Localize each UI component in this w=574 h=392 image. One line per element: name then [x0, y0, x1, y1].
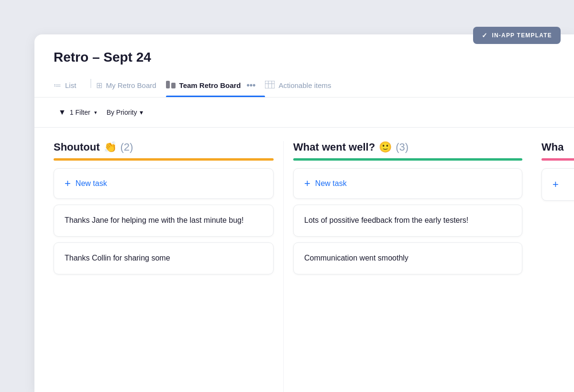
wwwell-card-1[interactable]: Lots of possitive feedback from the earl…: [293, 205, 522, 237]
svg-rect-2: [265, 81, 275, 88]
partial-title-text: Wha: [541, 141, 574, 153]
shoutout-card-1-text: Thanks Jane for helping me with the last…: [65, 215, 263, 227]
app-container: ✓ IN-APP TEMPLATE Retro – Sept 24 ≔ List…: [0, 0, 574, 392]
tab-list[interactable]: ≔ List: [54, 75, 86, 97]
partial-color-bar: [541, 158, 574, 161]
wwwell-card-2-text: Communication went smoothly: [304, 252, 511, 264]
column-shoutout-header: Shoutout 👏 (2): [54, 141, 274, 161]
wwwell-card-2[interactable]: Communication went smoothly: [293, 242, 522, 274]
wwwell-new-task-plus-icon: +: [304, 178, 310, 189]
column-wwwell-title: What went well? 🙂 (3): [293, 141, 522, 153]
shoutout-count: (2): [121, 141, 133, 153]
check-icon: ✓: [482, 32, 488, 39]
badge-label: IN-APP TEMPLATE: [492, 32, 552, 39]
svg-rect-1: [171, 83, 176, 88]
tab-list-label: List: [65, 81, 76, 89]
table-icon: [265, 81, 275, 90]
tab-more-dots[interactable]: •••: [247, 80, 256, 90]
filter-button[interactable]: ▼ 1 Filter ▾: [54, 105, 102, 120]
shoutout-new-task-card[interactable]: + New task: [54, 168, 274, 199]
board-area: Shoutout 👏 (2) + New task Thanks Jane fo…: [34, 128, 574, 392]
wwwell-title-text: What went well?: [293, 141, 375, 153]
partial-plus-icon: +: [552, 178, 559, 191]
main-panel: Retro – Sept 24 ≔ List | ⊞ My Retro Boar…: [34, 34, 574, 392]
column-shoutout: Shoutout 👏 (2) + New task Thanks Jane fo…: [34, 141, 283, 392]
filter-icon: ▼: [58, 108, 66, 117]
board-icon-1: ⊞: [96, 81, 102, 90]
shoutout-color-bar: [54, 158, 274, 161]
wwwell-emoji: 🙂: [379, 141, 392, 153]
sort-button[interactable]: By Priority ▾: [102, 106, 148, 119]
filter-label: 1 Filter: [70, 109, 90, 116]
shoutout-card-1[interactable]: Thanks Jane for helping me with the last…: [54, 205, 274, 237]
column-shoutout-title: Shoutout 👏 (2): [54, 141, 274, 153]
shoutout-emoji: 👏: [104, 141, 117, 153]
tab-my-retro-label: My Retro Board: [106, 81, 156, 89]
wwwell-new-task-label: New task: [315, 179, 347, 188]
list-icon: ≔: [54, 81, 61, 90]
partial-column-header: Wha: [541, 141, 574, 161]
tab-bar: ≔ List | ⊞ My Retro Board Team Retro B: [54, 75, 555, 97]
partial-new-task-card[interactable]: +: [541, 168, 574, 201]
wwwell-card-1-text: Lots of possitive feedback from the earl…: [304, 215, 511, 227]
svg-rect-0: [166, 81, 170, 88]
tab-actionable-label: Actionable items: [278, 81, 331, 89]
new-task-plus-icon: +: [65, 178, 71, 189]
shoutout-new-task-label: New task: [76, 179, 107, 188]
wwwell-new-task-card[interactable]: + New task: [293, 168, 522, 199]
shoutout-card-2[interactable]: Thanks Collin for sharing some: [54, 242, 274, 274]
shoutout-title-text: Shoutout: [54, 141, 100, 153]
sort-caret-icon: ▾: [140, 109, 143, 116]
tab-team-retro[interactable]: Team Retro Board •••: [166, 75, 265, 97]
sort-label: By Priority: [107, 109, 137, 116]
column-wwwell-header: What went well? 🙂 (3): [293, 141, 522, 161]
wwwell-count: (3): [396, 141, 408, 153]
wwwell-color-bar: [293, 158, 522, 161]
tab-actionable[interactable]: Actionable items: [265, 75, 341, 97]
shoutout-card-2-text: Thanks Collin for sharing some: [65, 252, 263, 264]
tab-team-retro-label: Team Retro Board: [179, 81, 241, 89]
toolbar: ▼ 1 Filter ▾ By Priority ▾: [34, 98, 574, 128]
column-partial: Wha +: [532, 141, 574, 392]
filter-caret-icon: ▾: [94, 109, 97, 116]
in-app-template-badge[interactable]: ✓ IN-APP TEMPLATE: [473, 27, 561, 44]
tab-my-retro[interactable]: ⊞ My Retro Board: [96, 75, 166, 97]
tab-divider-1: |: [89, 78, 92, 94]
page-title: Retro – Sept 24: [54, 50, 555, 65]
board-icon-2: [166, 81, 176, 90]
column-what-went-well: What went well? 🙂 (3) + New task Lots of…: [283, 141, 532, 392]
